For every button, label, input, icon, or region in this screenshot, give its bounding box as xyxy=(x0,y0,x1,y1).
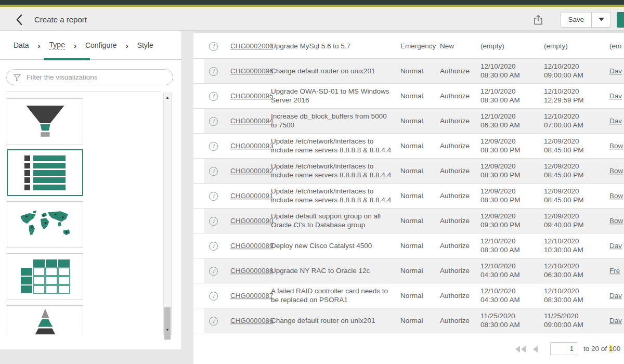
table-row[interactable]: i CHG0000087 A failed RAID controller ca… xyxy=(193,283,624,308)
short-description-cell: Change default router on unix201 xyxy=(271,67,394,76)
table-row[interactable]: i CHG0000086 Change default router on un… xyxy=(193,308,624,333)
info-icon[interactable]: i xyxy=(209,167,218,176)
table-row[interactable]: i CHG0000092 Update /etc/network/interfa… xyxy=(193,159,624,184)
info-icon[interactable]: i xyxy=(209,92,218,101)
pagination-range-label: to 20 of 100 xyxy=(583,345,620,353)
page-number-input[interactable] xyxy=(550,342,578,355)
assigned-to-link[interactable]: Dav xyxy=(609,316,624,326)
previous-page-icon[interactable] xyxy=(532,345,538,355)
step-data[interactable]: Data xyxy=(14,41,29,49)
range-prefix: to 20 of xyxy=(583,345,607,353)
pyramid-chart-icon xyxy=(19,306,71,335)
assigned-to-link[interactable]: Fre xyxy=(609,266,624,276)
report-type-sidebar: Data › Type › Configure › Style xyxy=(0,31,182,349)
info-icon[interactable]: i xyxy=(209,267,218,276)
priority-cell: Normal xyxy=(400,166,438,176)
change-number-link[interactable]: CHG0000095 xyxy=(230,92,272,101)
viz-list-scrollbar[interactable]: ▲ ▼ xyxy=(163,93,172,335)
info-icon[interactable]: i xyxy=(209,192,218,201)
scroll-up-icon[interactable]: ▲ xyxy=(164,95,171,100)
step-style[interactable]: Style xyxy=(137,41,153,49)
info-icon[interactable]: i xyxy=(209,217,218,226)
planned-end-cell: 12/10/2020 07:00:00 AM xyxy=(544,112,605,130)
state-cell: Authorize xyxy=(440,291,479,301)
assigned-to-link[interactable]: Dav xyxy=(609,67,624,76)
assigned-to-link[interactable]: Bow xyxy=(609,166,624,176)
scroll-down-icon[interactable]: ▼ xyxy=(164,328,171,332)
assigned-to-link[interactable]: Dav xyxy=(609,92,624,101)
info-icon[interactable]: i xyxy=(209,67,218,76)
first-page-icon[interactable] xyxy=(515,345,526,355)
assigned-to-link[interactable]: Dav xyxy=(609,241,624,251)
info-icon[interactable]: i xyxy=(209,317,218,326)
app-header: Create a report Save xyxy=(0,9,624,31)
info-icon[interactable]: i xyxy=(209,117,218,126)
change-number-link[interactable]: CHG0000092 xyxy=(230,166,272,176)
change-number-link[interactable]: CHG0000091 xyxy=(230,191,272,201)
short-description-cell: Upgrade OWA-SD-01 to MS Windows Server 2… xyxy=(271,87,394,105)
visualization-filter-input[interactable] xyxy=(6,69,173,85)
table-row[interactable]: i CHG0000090 Update default support grou… xyxy=(193,209,624,233)
planned-start-cell: 12/10/2020 08:30:00 AM xyxy=(480,87,541,105)
assigned-to-link[interactable]: Bow xyxy=(609,141,624,151)
report-steps-breadcrumb: Data › Type › Configure › Style xyxy=(0,31,181,60)
change-number-link[interactable]: CHG0000093 xyxy=(230,141,272,151)
planned-start-cell: 12/09/2020 09:30:00 PM xyxy=(480,212,541,230)
info-icon[interactable]: i xyxy=(209,42,218,51)
run-button[interactable] xyxy=(617,12,624,28)
table-row[interactable]: i CHG0000089 Deploy new Cisco Catalyst 4… xyxy=(193,233,624,258)
funnel-chart-icon xyxy=(20,103,70,140)
viz-thumbnail-world-map[interactable] xyxy=(7,201,83,248)
info-icon[interactable]: i xyxy=(209,292,218,301)
change-number-link[interactable]: CHG0000094 xyxy=(230,116,272,126)
back-chevron-icon[interactable] xyxy=(12,13,26,27)
planned-start-cell: 12/10/2020 06:30:00 AM xyxy=(480,112,541,130)
table-row[interactable]: i CHG0000095 Upgrade OWA-SD-01 to MS Win… xyxy=(193,84,624,109)
save-button[interactable]: Save xyxy=(561,12,592,28)
table-row[interactable]: i CHG0000096 Change default router on un… xyxy=(193,59,624,84)
change-number-link[interactable]: CHG0000090 xyxy=(230,216,272,226)
short-description-cell: Update /etc/network/interfaces to includ… xyxy=(271,137,394,155)
planned-start-cell: 12/10/2020 08:30:00 AM xyxy=(480,237,541,255)
chevron-down-icon xyxy=(599,18,604,21)
priority-cell: Emergency xyxy=(400,42,438,51)
info-icon[interactable]: i xyxy=(209,142,218,151)
planned-end-cell: 12/10/2020 09:00:00 AM xyxy=(544,62,605,80)
table-row[interactable]: i CHG0000093 Update /etc/network/interfa… xyxy=(193,134,624,159)
world-map-icon xyxy=(17,208,74,241)
planned-end-cell: 12/09/2020 09:40:00 PM xyxy=(544,212,605,230)
save-dropdown-button[interactable] xyxy=(592,12,611,28)
table-row[interactable]: i CHG0000088 Upgrade NY RAC to Oracle 12… xyxy=(193,258,624,283)
viz-thumbnail-pyramid[interactable] xyxy=(7,305,83,335)
change-number-link[interactable]: CHG0000096 xyxy=(230,67,272,76)
change-number-link[interactable]: CHG0000087 xyxy=(230,291,272,301)
state-cell: Authorize xyxy=(440,67,479,76)
step-type[interactable]: Type xyxy=(49,41,65,50)
info-icon[interactable]: i xyxy=(209,242,218,251)
state-cell: Authorize xyxy=(440,141,479,151)
list-chart-icon xyxy=(23,155,67,190)
change-number-link[interactable]: CHG0000089 xyxy=(230,241,272,251)
assigned-to-link[interactable]: Bow xyxy=(609,191,624,201)
planned-end-cell: (empty) xyxy=(544,42,605,51)
table-row[interactable]: i CHG0002000 Upgrade MySql 5.6 to 5.7 Em… xyxy=(193,34,624,59)
viz-thumbnail-list[interactable] xyxy=(7,149,83,196)
share-icon[interactable] xyxy=(530,12,546,28)
scrollbar-thumb[interactable] xyxy=(164,307,171,340)
short-description-cell: Update default support group on all Orac… xyxy=(271,212,394,230)
assigned-to-link[interactable]: Dav xyxy=(609,291,624,301)
table-row[interactable]: i CHG0000091 Update /etc/network/interfa… xyxy=(193,184,624,209)
viz-thumbnail-pivot-table[interactable] xyxy=(7,253,83,300)
table-row[interactable]: i CHG0000094 Increase db_block_buffers f… xyxy=(193,109,624,134)
assigned-to-link[interactable]: Dav xyxy=(609,116,624,126)
change-number-link[interactable]: CHG0000086 xyxy=(230,316,272,326)
priority-cell: Normal xyxy=(400,92,438,101)
change-number-link[interactable]: CHG0000088 xyxy=(230,266,272,276)
change-number-link[interactable]: CHG0002000 xyxy=(230,42,272,51)
state-cell: Authorize xyxy=(440,266,479,276)
state-cell: Authorize xyxy=(440,216,479,226)
step-configure[interactable]: Configure xyxy=(85,41,117,49)
assigned-to-link[interactable]: Bow xyxy=(609,216,624,226)
pivot-table-icon xyxy=(19,258,71,295)
viz-thumbnail-funnel[interactable] xyxy=(7,98,83,145)
